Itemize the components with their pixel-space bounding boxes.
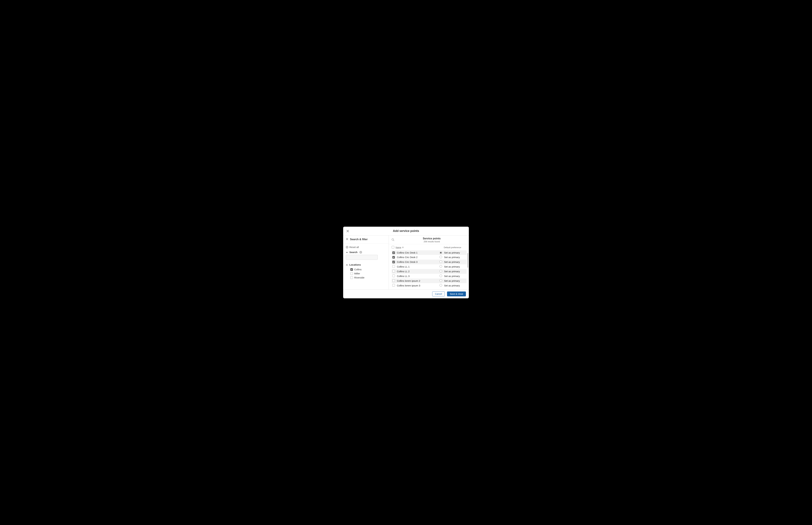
- primary-radio[interactable]: [440, 252, 442, 254]
- reset-all-label: Reset all: [349, 246, 359, 249]
- row-checkbox[interactable]: [392, 270, 395, 272]
- reset-all-button[interactable]: Reset all: [346, 246, 386, 249]
- table-body: Collins Circ Desk 1Set as primaryCollins…: [392, 250, 466, 288]
- table-header-row: Name Default preference: [392, 244, 466, 250]
- set-primary-label[interactable]: Set as primary: [443, 280, 466, 282]
- location-label: Collins: [354, 268, 362, 271]
- results-table: Name Default preference Collins Circ Des…: [389, 244, 469, 289]
- save-button[interactable]: Save & close: [447, 291, 466, 296]
- dialog-header: Add service points: [343, 227, 469, 236]
- row-name: Collins Circ Desk 3: [396, 260, 440, 263]
- row-checkbox[interactable]: [392, 252, 395, 254]
- table-row: Collins Circ Desk 3Set as primary: [392, 259, 466, 264]
- results-header: Service points 258 results found: [389, 236, 469, 244]
- locations-section-label: Locations: [349, 263, 361, 266]
- results-count: 258 results found: [397, 240, 466, 243]
- row-name: Collins LL 2: [396, 270, 440, 273]
- location-facet-item[interactable]: Miller: [350, 271, 386, 275]
- set-primary-label[interactable]: Set as primary: [443, 256, 466, 259]
- close-button[interactable]: [346, 229, 350, 233]
- location-label: Riverside: [354, 276, 365, 279]
- primary-radio[interactable]: [440, 265, 442, 268]
- dialog-title: Add service points: [343, 229, 469, 233]
- add-service-points-dialog: Add service points Search & filter Reset…: [343, 227, 469, 298]
- locations-facet-list: CollinsMillerRiverside: [346, 267, 386, 280]
- collapse-filter-icon[interactable]: [346, 238, 348, 241]
- search-input[interactable]: [346, 255, 378, 260]
- filter-pane: Search & filter Reset all Search: [343, 236, 389, 289]
- primary-radio[interactable]: [440, 260, 442, 263]
- primary-radio[interactable]: [440, 274, 442, 277]
- table-row: Collins LL 3Set as primary: [392, 274, 466, 279]
- table-row: Collins Circ Desk 1Set as primary: [392, 250, 466, 255]
- search-section-head[interactable]: Search: [346, 251, 386, 254]
- chevron-up-icon: [346, 263, 348, 266]
- location-checkbox[interactable]: [350, 268, 353, 271]
- cancel-button[interactable]: Cancel: [432, 291, 445, 296]
- row-checkbox[interactable]: [392, 265, 395, 268]
- set-primary-label[interactable]: Set as primary: [443, 260, 466, 263]
- table-row: Collins LL 2Set as primary: [392, 269, 466, 274]
- primary-radio[interactable]: [440, 256, 442, 258]
- scrollbar[interactable]: [467, 253, 468, 268]
- set-primary-label[interactable]: Set as primary: [443, 251, 466, 254]
- search-section-label: Search: [349, 251, 357, 254]
- select-all-checkbox[interactable]: [392, 246, 394, 249]
- table-row: Collins lorem ipsum 2Set as primary: [392, 279, 466, 283]
- clear-search-icon[interactable]: [359, 251, 362, 254]
- column-header-preference: Default preference: [444, 246, 466, 249]
- set-primary-label[interactable]: Set as primary: [443, 270, 466, 273]
- table-row: Collins lorem ipsum 3Set as primary: [392, 283, 466, 288]
- chevron-up-icon: [346, 251, 348, 254]
- location-facet-item[interactable]: Riverside: [350, 275, 386, 280]
- results-title: Service points: [397, 237, 466, 240]
- reset-icon: [346, 246, 348, 249]
- row-checkbox[interactable]: [392, 261, 395, 263]
- set-primary-label[interactable]: Set as primary: [443, 265, 466, 268]
- sort-asc-icon: [402, 246, 404, 249]
- row-name: Collins lorem ipsum 2: [396, 280, 440, 282]
- table-row: Collins Circ Desk 2Set as primary: [392, 255, 466, 259]
- primary-radio[interactable]: [440, 284, 442, 287]
- filter-header-title: Search & filter: [350, 238, 368, 241]
- search-icon[interactable]: [392, 238, 395, 242]
- locations-section-head[interactable]: Locations: [346, 263, 386, 266]
- row-name: Collins Circ Desk 1: [396, 251, 440, 254]
- row-name: Collins LL 3: [396, 275, 440, 278]
- set-primary-label[interactable]: Set as primary: [443, 275, 466, 278]
- primary-radio[interactable]: [440, 279, 442, 282]
- dialog-footer: Cancel Save & close: [343, 289, 469, 298]
- results-pane: Service points 258 results found Name: [389, 236, 469, 289]
- location-label: Miller: [354, 272, 360, 275]
- dialog-body: Search & filter Reset all Search: [343, 236, 469, 289]
- row-checkbox[interactable]: [392, 274, 395, 277]
- table-row: Collins LL 1Set as primary: [392, 264, 466, 269]
- location-facet-item[interactable]: Collins: [350, 267, 386, 271]
- row-name: Collins LL 1: [396, 265, 440, 268]
- primary-radio[interactable]: [440, 270, 442, 272]
- row-checkbox[interactable]: [392, 284, 395, 287]
- filter-content: Reset all Search Locations: [343, 243, 388, 282]
- column-header-name[interactable]: Name: [396, 246, 444, 249]
- row-name: Collins lorem ipsum 3: [396, 284, 440, 287]
- close-icon: [346, 230, 349, 232]
- row-checkbox[interactable]: [392, 279, 395, 282]
- location-checkbox[interactable]: [350, 276, 353, 279]
- row-checkbox[interactable]: [392, 256, 395, 259]
- location-checkbox[interactable]: [350, 272, 353, 275]
- filter-header: Search & filter: [343, 236, 388, 243]
- set-primary-label[interactable]: Set as primary: [443, 284, 466, 287]
- row-name: Collins Circ Desk 2: [396, 256, 440, 259]
